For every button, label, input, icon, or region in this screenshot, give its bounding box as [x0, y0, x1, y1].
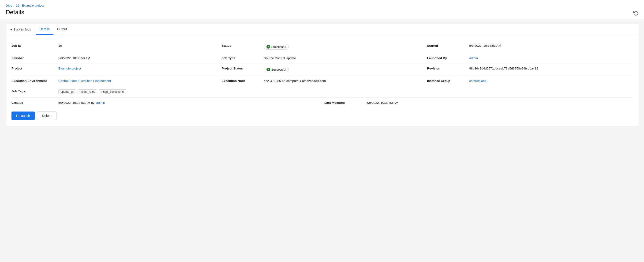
job-type-value: Source Control Update	[264, 56, 427, 60]
details-row-1: Job ID 16 Status ✓ Successful Started 5/…	[12, 41, 632, 53]
execution-env-value[interactable]: Control Plane Execution Environment	[58, 79, 222, 83]
details-row-5: Job Tags update_git install_roles instal…	[12, 86, 632, 98]
tags-container: update_git install_roles install_collect…	[58, 89, 628, 94]
execution-node-value: ec2-3-88-85-45.compute-1.amazonaws.com	[264, 79, 427, 83]
actions-row: Relaunch Delete	[12, 108, 632, 121]
project-label: Project	[12, 67, 58, 70]
relaunch-button[interactable]: Relaunch	[12, 111, 35, 120]
revision-label: Revision	[427, 67, 469, 70]
tag-install-collections: install_collections	[99, 89, 126, 94]
breadcrumb-current: 16 - Example project	[16, 4, 44, 7]
status-label: Status	[222, 44, 264, 47]
delete-button[interactable]: Delete	[37, 111, 56, 120]
created-text: 5/9/2022, 10:38:53 AM by	[58, 101, 94, 104]
tag-install-roles: install_roles	[78, 89, 97, 94]
history-icon[interactable]	[633, 10, 638, 15]
tab-output[interactable]: Output	[54, 24, 71, 35]
project-status-value: ✓ Successful	[264, 67, 427, 72]
job-type-label: Job Type	[222, 56, 264, 60]
details-row-6: Created 5/9/2022, 10:38:53 AM by admin L…	[12, 98, 632, 108]
details-grid: Job ID 16 Status ✓ Successful Started 5/…	[6, 35, 638, 126]
last-modified-label: Last Modified	[324, 101, 366, 104]
started-value: 5/9/2022, 10:38:53 AM	[469, 44, 632, 47]
tag-update-git: update_git	[58, 89, 76, 94]
details-row-3: Project Example project Project Status ✓…	[12, 63, 632, 76]
job-id-value: 16	[58, 44, 222, 47]
status-text: Successful	[272, 45, 286, 49]
launched-by-label: Launched By	[427, 56, 469, 60]
created-value: 5/9/2022, 10:38:53 AM by admin	[58, 101, 324, 104]
project-status-label: Project Status	[222, 67, 264, 70]
project-check-icon: ✓	[266, 68, 270, 71]
breadcrumb: Jobs › 16 - Example project	[6, 4, 638, 7]
launched-by-value[interactable]: admin	[469, 56, 632, 60]
project-status-badge: ✓ Successful	[264, 67, 289, 72]
execution-node-label: Execution Node	[222, 79, 264, 83]
breadcrumb-separator: ›	[13, 4, 14, 7]
job-tags-label: Job Tags	[12, 89, 58, 93]
job-id-label: Job ID	[12, 44, 58, 47]
started-label: Started	[427, 44, 469, 47]
project-value[interactable]: Example project	[58, 67, 222, 70]
back-to-jobs-button[interactable]: ◄ Back to Jobs	[10, 24, 34, 35]
last-modified-value: 5/9/2022, 10:38:53 AM	[366, 101, 632, 104]
instance-group-value[interactable]: controlplane	[469, 79, 632, 83]
tab-details[interactable]: Details	[36, 24, 54, 35]
check-icon: ✓	[266, 45, 270, 49]
execution-env-label: Execution Environment	[12, 79, 58, 83]
tab-bar: ◄ Back to Jobs Details Output	[6, 24, 638, 35]
job-tags-value: update_git install_roles install_collect…	[58, 89, 632, 94]
project-status-text: Successful	[272, 68, 286, 71]
finished-value: 5/9/2022, 10:38:58 AM	[58, 56, 222, 60]
instance-group-label: Instance Group	[427, 79, 469, 83]
status-badge: ✓ Successful	[264, 44, 289, 50]
details-row-2: Finished 5/9/2022, 10:38:58 AM Job Type …	[12, 53, 632, 63]
revision-value: 98b8dc2d4d6671ddceab73a5d3958e94fcdba419	[469, 67, 632, 70]
created-label: Created	[12, 101, 58, 104]
breadcrumb-jobs-link[interactable]: Jobs	[6, 4, 12, 7]
details-row-4: Execution Environment Control Plane Exec…	[12, 76, 632, 86]
status-value: ✓ Successful	[264, 44, 427, 50]
created-by-link[interactable]: admin	[96, 101, 110, 104]
page-title: Details	[6, 9, 24, 16]
finished-label: Finished	[12, 56, 58, 60]
